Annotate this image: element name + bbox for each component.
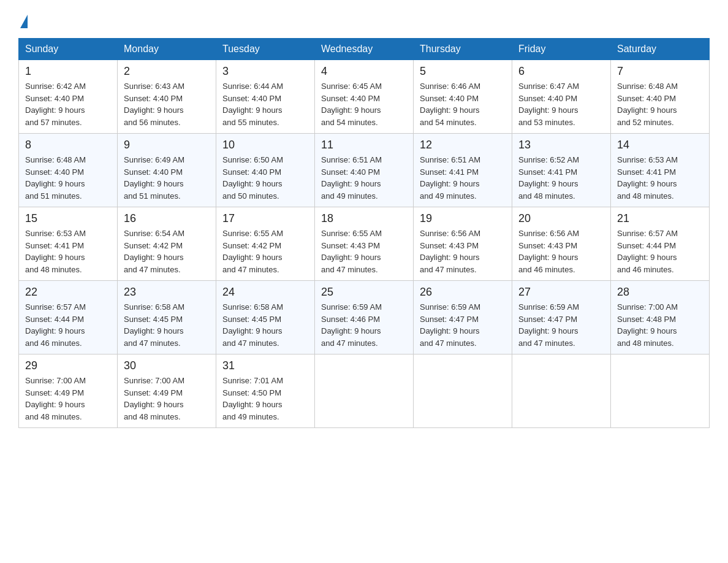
day-info: Sunrise: 6:47 AM Sunset: 4:40 PM Dayligh… (518, 80, 604, 128)
day-info: Sunrise: 6:53 AM Sunset: 4:41 PM Dayligh… (25, 228, 111, 275)
day-number: 15 (25, 212, 111, 225)
calendar-cell (315, 354, 414, 428)
day-info: Sunrise: 6:53 AM Sunset: 4:41 PM Dayligh… (617, 154, 703, 202)
day-info: Sunrise: 7:00 AM Sunset: 4:49 PM Dayligh… (124, 375, 210, 423)
calendar-header: SundayMondayTuesdayWednesdayThursdayFrid… (19, 39, 710, 60)
day-number: 26 (420, 286, 506, 299)
day-number: 23 (124, 286, 210, 299)
day-info: Sunrise: 6:52 AM Sunset: 4:41 PM Dayligh… (518, 154, 604, 202)
day-number: 20 (518, 212, 604, 225)
day-info: Sunrise: 6:51 AM Sunset: 4:40 PM Dayligh… (321, 154, 407, 202)
day-info: Sunrise: 6:54 AM Sunset: 4:42 PM Dayligh… (124, 228, 210, 275)
calendar-cell: 7 Sunrise: 6:48 AM Sunset: 4:40 PM Dayli… (611, 60, 710, 134)
day-number: 21 (617, 212, 703, 225)
calendar-cell (611, 354, 710, 428)
calendar-cell: 8 Sunrise: 6:48 AM Sunset: 4:40 PM Dayli… (19, 134, 118, 207)
day-number: 12 (420, 139, 506, 151)
day-info: Sunrise: 6:50 AM Sunset: 4:40 PM Dayligh… (222, 154, 308, 202)
day-number: 9 (124, 139, 210, 151)
day-info: Sunrise: 7:01 AM Sunset: 4:50 PM Dayligh… (222, 375, 308, 423)
day-info: Sunrise: 6:45 AM Sunset: 4:40 PM Dayligh… (321, 80, 407, 128)
day-info: Sunrise: 6:59 AM Sunset: 4:47 PM Dayligh… (420, 301, 506, 349)
page-header (18, 12, 710, 26)
day-info: Sunrise: 7:00 AM Sunset: 4:48 PM Dayligh… (617, 301, 703, 349)
header-row: SundayMondayTuesdayWednesdayThursdayFrid… (19, 39, 710, 60)
header-cell-tuesday: Tuesday (216, 39, 315, 60)
calendar-body: 1 Sunrise: 6:42 AM Sunset: 4:40 PM Dayli… (19, 60, 710, 428)
header-cell-wednesday: Wednesday (315, 39, 414, 60)
calendar-cell: 19 Sunrise: 6:56 AM Sunset: 4:43 PM Dayl… (414, 207, 512, 281)
day-number: 22 (25, 286, 111, 299)
calendar-cell: 4 Sunrise: 6:45 AM Sunset: 4:40 PM Dayli… (315, 60, 414, 134)
header-cell-saturday: Saturday (611, 39, 710, 60)
day-number: 27 (518, 286, 604, 299)
calendar-cell: 9 Sunrise: 6:49 AM Sunset: 4:40 PM Dayli… (118, 134, 216, 207)
day-info: Sunrise: 6:58 AM Sunset: 4:45 PM Dayligh… (124, 301, 210, 349)
day-number: 11 (321, 139, 407, 151)
calendar-cell: 26 Sunrise: 6:59 AM Sunset: 4:47 PM Dayl… (414, 281, 512, 354)
calendar-cell: 24 Sunrise: 6:58 AM Sunset: 4:45 PM Dayl… (216, 281, 315, 354)
day-info: Sunrise: 6:55 AM Sunset: 4:43 PM Dayligh… (321, 228, 407, 275)
day-info: Sunrise: 7:00 AM Sunset: 4:49 PM Dayligh… (25, 375, 111, 423)
day-number: 4 (321, 65, 407, 78)
calendar-cell (512, 354, 611, 428)
logo-triangle-icon (20, 15, 28, 28)
calendar-cell: 28 Sunrise: 7:00 AM Sunset: 4:48 PM Dayl… (611, 281, 710, 354)
day-info: Sunrise: 6:56 AM Sunset: 4:43 PM Dayligh… (518, 228, 604, 275)
day-number: 7 (617, 65, 703, 78)
calendar-cell: 14 Sunrise: 6:53 AM Sunset: 4:41 PM Dayl… (611, 134, 710, 207)
day-number: 17 (222, 212, 308, 225)
logo (18, 12, 28, 26)
day-info: Sunrise: 6:51 AM Sunset: 4:41 PM Dayligh… (420, 154, 506, 202)
day-info: Sunrise: 6:49 AM Sunset: 4:40 PM Dayligh… (124, 154, 210, 202)
day-number: 13 (518, 139, 604, 151)
calendar-cell: 11 Sunrise: 6:51 AM Sunset: 4:40 PM Dayl… (315, 134, 414, 207)
day-number: 10 (222, 139, 308, 151)
calendar-cell: 18 Sunrise: 6:55 AM Sunset: 4:43 PM Dayl… (315, 207, 414, 281)
day-info: Sunrise: 6:56 AM Sunset: 4:43 PM Dayligh… (420, 228, 506, 275)
day-number: 2 (124, 65, 210, 78)
day-info: Sunrise: 6:57 AM Sunset: 4:44 PM Dayligh… (25, 301, 111, 349)
calendar-week-row: 22 Sunrise: 6:57 AM Sunset: 4:44 PM Dayl… (19, 281, 710, 354)
day-info: Sunrise: 6:59 AM Sunset: 4:47 PM Dayligh… (518, 301, 604, 349)
day-info: Sunrise: 6:48 AM Sunset: 4:40 PM Dayligh… (25, 154, 111, 202)
calendar-cell: 17 Sunrise: 6:55 AM Sunset: 4:42 PM Dayl… (216, 207, 315, 281)
calendar-cell: 22 Sunrise: 6:57 AM Sunset: 4:44 PM Dayl… (19, 281, 118, 354)
calendar-cell: 13 Sunrise: 6:52 AM Sunset: 4:41 PM Dayl… (512, 134, 611, 207)
header-cell-sunday: Sunday (19, 39, 118, 60)
day-number: 28 (617, 286, 703, 299)
day-info: Sunrise: 6:42 AM Sunset: 4:40 PM Dayligh… (25, 80, 111, 128)
header-cell-thursday: Thursday (414, 39, 512, 60)
calendar-cell: 12 Sunrise: 6:51 AM Sunset: 4:41 PM Dayl… (414, 134, 512, 207)
header-cell-friday: Friday (512, 39, 611, 60)
day-number: 8 (25, 139, 111, 151)
header-cell-monday: Monday (118, 39, 216, 60)
calendar-cell: 31 Sunrise: 7:01 AM Sunset: 4:50 PM Dayl… (216, 354, 315, 428)
calendar-cell: 2 Sunrise: 6:43 AM Sunset: 4:40 PM Dayli… (118, 60, 216, 134)
day-info: Sunrise: 6:58 AM Sunset: 4:45 PM Dayligh… (222, 301, 308, 349)
calendar-cell: 15 Sunrise: 6:53 AM Sunset: 4:41 PM Dayl… (19, 207, 118, 281)
calendar-cell: 3 Sunrise: 6:44 AM Sunset: 4:40 PM Dayli… (216, 60, 315, 134)
day-number: 3 (222, 65, 308, 78)
day-info: Sunrise: 6:46 AM Sunset: 4:40 PM Dayligh… (420, 80, 506, 128)
day-number: 5 (420, 65, 506, 78)
day-number: 6 (518, 65, 604, 78)
calendar-cell: 27 Sunrise: 6:59 AM Sunset: 4:47 PM Dayl… (512, 281, 611, 354)
calendar-cell (414, 354, 512, 428)
day-number: 1 (25, 65, 111, 78)
calendar-week-row: 15 Sunrise: 6:53 AM Sunset: 4:41 PM Dayl… (19, 207, 710, 281)
calendar-cell: 6 Sunrise: 6:47 AM Sunset: 4:40 PM Dayli… (512, 60, 611, 134)
calendar-cell: 16 Sunrise: 6:54 AM Sunset: 4:42 PM Dayl… (118, 207, 216, 281)
day-number: 25 (321, 286, 407, 299)
day-number: 30 (124, 359, 210, 372)
day-number: 18 (321, 212, 407, 225)
day-number: 14 (617, 139, 703, 151)
calendar-cell: 21 Sunrise: 6:57 AM Sunset: 4:44 PM Dayl… (611, 207, 710, 281)
calendar-cell: 1 Sunrise: 6:42 AM Sunset: 4:40 PM Dayli… (19, 60, 118, 134)
calendar-cell: 10 Sunrise: 6:50 AM Sunset: 4:40 PM Dayl… (216, 134, 315, 207)
day-number: 31 (222, 359, 308, 372)
day-info: Sunrise: 6:57 AM Sunset: 4:44 PM Dayligh… (617, 228, 703, 275)
calendar-cell: 29 Sunrise: 7:00 AM Sunset: 4:49 PM Dayl… (19, 354, 118, 428)
calendar-cell: 25 Sunrise: 6:59 AM Sunset: 4:46 PM Dayl… (315, 281, 414, 354)
calendar-cell: 5 Sunrise: 6:46 AM Sunset: 4:40 PM Dayli… (414, 60, 512, 134)
